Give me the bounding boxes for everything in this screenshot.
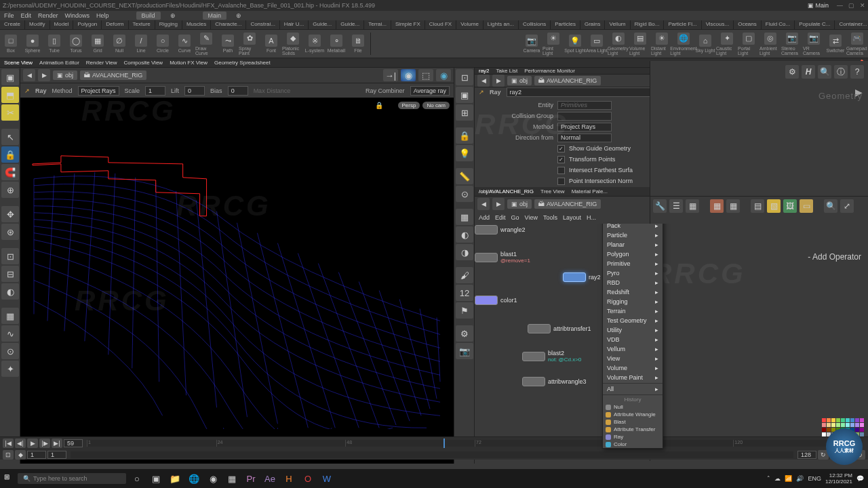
shelf-tab[interactable]: Muscles xyxy=(182,20,211,29)
shelf-tab[interactable]: Characte... xyxy=(211,20,246,29)
palette-swatch[interactable] xyxy=(860,418,864,422)
palette-swatch[interactable] xyxy=(860,428,864,432)
shelf-tab[interactable]: Deform xyxy=(102,20,128,29)
gear-icon-2[interactable]: ⚙ xyxy=(785,65,799,79)
grid3-icon[interactable]: ▦ xyxy=(726,199,740,213)
direction-field[interactable]: Normal xyxy=(557,134,612,142)
expand-icon[interactable]: ⤢ xyxy=(840,199,854,213)
shelf-tool[interactable]: ※L-system xyxy=(304,30,326,58)
step-back-icon[interactable]: ◀| xyxy=(15,439,26,448)
shelf-tool[interactable]: ●Sphere xyxy=(22,30,43,58)
pointer-icon[interactable]: ↖ xyxy=(1,129,19,145)
palette-swatch[interactable] xyxy=(855,428,859,432)
grid-icon[interactable]: ▦ xyxy=(686,199,699,213)
node-attribtransfer1[interactable]: attribtransfer1 xyxy=(528,324,591,333)
palette-swatch[interactable] xyxy=(822,428,826,432)
shelf-tab[interactable]: Particle Fl... xyxy=(664,20,701,29)
tab-category[interactable]: Utility▸ xyxy=(603,325,663,335)
bias-field[interactable]: 0 xyxy=(228,86,248,96)
shaded-icon[interactable]: ◐ xyxy=(456,226,473,243)
tab-perfmon[interactable]: Performance Monitor xyxy=(524,68,575,74)
brush-icon[interactable]: 🖌 xyxy=(456,267,473,283)
tray-net-icon[interactable]: 📶 xyxy=(785,475,792,482)
shelf-tool[interactable]: ◆Platonic Solids xyxy=(282,30,304,58)
tab-history-item[interactable]: Ray xyxy=(603,433,663,441)
start-frame-2[interactable]: 1 xyxy=(47,451,66,459)
net-menu[interactable]: View xyxy=(525,214,538,221)
info-icon[interactable]: ⓘ xyxy=(834,65,848,79)
snap-v-icon[interactable]: ⊙ xyxy=(456,186,473,202)
shelf-tab[interactable]: Terrai... xyxy=(364,20,391,29)
palette-swatch[interactable] xyxy=(841,423,845,427)
wireframe-icon[interactable]: ▦ xyxy=(456,209,473,225)
shelf-tool[interactable]: 🗎File xyxy=(347,30,369,58)
text-icon[interactable]: 12 xyxy=(456,285,473,301)
shelf-tab[interactable]: Particles xyxy=(551,20,580,29)
word-icon[interactable]: W xyxy=(319,471,335,486)
image-icon[interactable]: 🖼 xyxy=(783,199,797,213)
palette-swatch[interactable] xyxy=(831,418,835,422)
shelf-tool[interactable]: ∅Null xyxy=(108,30,130,58)
shelf-tab[interactable]: Modify xyxy=(25,20,50,29)
snap-grid-icon[interactable]: ▦ xyxy=(1,308,19,324)
palette-swatch[interactable] xyxy=(846,423,850,427)
construction-icon[interactable]: ⊡ xyxy=(1,248,19,264)
shelf-tab[interactable]: Simple FX xyxy=(391,20,425,29)
magnet-icon[interactable]: 🧲 xyxy=(1,164,19,180)
tab-history-item[interactable]: Attribute Wrangle xyxy=(603,411,663,418)
shelf-tool[interactable]: ⚬Metaball xyxy=(326,30,347,58)
step-fwd-icon[interactable]: |▶ xyxy=(39,439,50,448)
handle-1-icon[interactable]: ✥ xyxy=(1,206,19,222)
tab-category[interactable]: Polygon▸ xyxy=(603,249,663,259)
tab-category[interactable]: Volume▸ xyxy=(603,363,663,373)
tab-category[interactable]: RBD▸ xyxy=(603,278,663,287)
note-icon[interactable]: ▤ xyxy=(751,199,764,213)
net-menu[interactable]: Add xyxy=(479,214,490,221)
snap-curve-icon[interactable]: ∿ xyxy=(1,325,19,342)
snap-multi-icon[interactable]: ✦ xyxy=(1,361,19,377)
tab-category[interactable]: Terrain▸ xyxy=(603,306,663,316)
houdini-icon[interactable]: H xyxy=(281,471,297,486)
pane-tab[interactable]: Render View xyxy=(86,60,117,66)
palette-swatch[interactable] xyxy=(850,423,854,427)
cam2-icon[interactable]: 📷 xyxy=(456,343,473,359)
lift-field[interactable]: 0 xyxy=(184,86,205,96)
play-end-icon[interactable]: ▶| xyxy=(52,439,62,448)
tab-history-item[interactable]: Color xyxy=(603,441,663,448)
tray-up-icon[interactable]: ˄ xyxy=(767,475,770,482)
shelf-tool[interactable]: /Line xyxy=(130,30,152,58)
tab-history-item[interactable]: Blast xyxy=(603,418,663,426)
tab-category[interactable]: Volume Paint▸ xyxy=(603,373,663,382)
taskbar-search[interactable]: 🔍 Type here to search xyxy=(18,473,126,484)
shelf-tab[interactable]: Viscous... xyxy=(702,20,734,29)
palette-swatch[interactable] xyxy=(827,418,831,422)
viewport[interactable]: 🔒 Persp No cam xyxy=(20,98,454,464)
menu-render[interactable]: Render xyxy=(38,12,58,19)
cortana-icon[interactable]: ○ xyxy=(129,471,145,486)
radial-main[interactable]: Main xyxy=(203,12,227,20)
shelf-tool[interactable]: ✦Caustic Light xyxy=(716,30,738,58)
shelf-tool[interactable]: ✎Draw Curve xyxy=(195,30,217,58)
tab-history-item[interactable]: Attribute Transfer xyxy=(603,426,663,433)
box-icon[interactable]: ▭ xyxy=(800,199,813,213)
tab-network[interactable]: /obj/AVALANCHE_RIG xyxy=(479,188,534,195)
snap-tool-icon[interactable]: ⊕ xyxy=(1,182,19,198)
palette-swatch[interactable] xyxy=(827,423,831,427)
shelf-tool[interactable]: ⤳Path xyxy=(217,30,239,58)
fwd-icon[interactable]: ▶ xyxy=(492,75,505,87)
tab-treeview[interactable]: Tree View xyxy=(540,188,565,195)
shelf-tool[interactable]: ▯Tube xyxy=(43,30,65,58)
wrench-icon[interactable]: 🔧 xyxy=(653,199,667,213)
shelf-tool[interactable]: 📷Camera xyxy=(521,30,542,58)
tray-notif-icon[interactable]: 💬 xyxy=(856,475,864,482)
lock-cam-icon[interactable]: 🔒 xyxy=(456,127,473,144)
shelf-tab[interactable]: Guide... xyxy=(336,20,364,29)
shelf-tab[interactable]: Cloud FX xyxy=(425,20,456,29)
chrome-icon[interactable]: ◉ xyxy=(205,471,221,486)
lock-tool-icon[interactable]: 🔒 xyxy=(1,146,19,163)
shelf-tool[interactable]: ▢Portal Light xyxy=(738,30,760,58)
menu-file[interactable]: File xyxy=(4,12,14,19)
grid2-icon[interactable]: ▦ xyxy=(710,199,724,213)
tab-category[interactable]: Rigging▸ xyxy=(603,297,663,306)
premiere-icon[interactable]: Pr xyxy=(243,471,259,486)
